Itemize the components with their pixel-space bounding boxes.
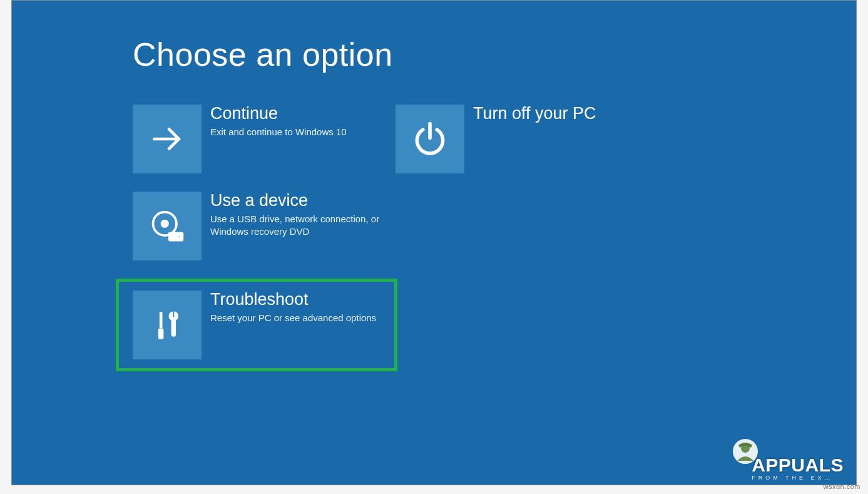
brand-watermark: APPUALS FROM THE EX… [752, 455, 844, 481]
svg-rect-4 [178, 235, 181, 239]
svg-point-2 [162, 221, 168, 227]
option-text: Use a device Use a USB drive, network co… [210, 192, 383, 238]
option-title: Turn off your PC [473, 105, 646, 123]
option-title: Troubleshoot [210, 291, 394, 309]
option-turn-off[interactable]: Turn off your PC [396, 105, 646, 173]
option-text: Troubleshoot Reset your PC or see advanc… [210, 291, 394, 324]
recovery-screen: Choose an option Continue Exit and conti… [11, 0, 857, 485]
svg-rect-6 [158, 329, 163, 339]
page-title: Choose an option [133, 36, 393, 73]
power-icon [396, 105, 464, 173]
option-use-device[interactable]: Use a device Use a USB drive, network co… [133, 192, 383, 260]
option-desc: Exit and continue to Windows 10 [210, 126, 383, 138]
option-desc: Use a USB drive, network connection, or … [210, 213, 383, 239]
tools-icon [133, 291, 202, 359]
option-continue[interactable]: Continue Exit and continue to Windows 10 [133, 105, 383, 173]
site-watermark: wsxdn.com [823, 483, 860, 490]
option-troubleshoot[interactable]: Troubleshoot Reset your PC or see advanc… [116, 279, 397, 371]
brand-name: APPUALS [752, 455, 844, 476]
option-desc: Reset your PC or see advanced options [210, 312, 394, 324]
option-text: Turn off your PC [473, 105, 646, 126]
arrow-right-icon [133, 105, 202, 173]
svg-rect-5 [160, 312, 163, 328]
option-title: Use a device [210, 192, 383, 210]
option-title: Continue [210, 105, 383, 123]
disc-usb-icon [133, 192, 202, 260]
option-text: Continue Exit and continue to Windows 10 [210, 105, 383, 138]
